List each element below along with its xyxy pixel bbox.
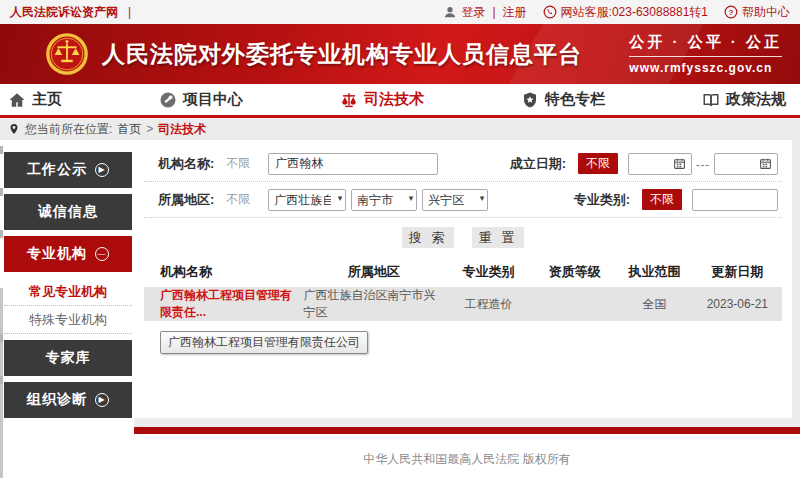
city-select[interactable]: 南宁市: [352, 190, 416, 210]
org-name-unlimited-option[interactable]: 不限: [226, 155, 250, 172]
project-center-icon: [159, 91, 177, 109]
submenu-special-orgs-label: 特殊专业机构: [29, 311, 107, 329]
sidebar-submenu: 常见专业机构 特殊专业机构: [4, 278, 132, 334]
breadcrumb-prefix: 您当前所在位置:: [25, 121, 112, 138]
search-button[interactable]: 搜 索: [402, 227, 454, 248]
nav-judicial-tech-label: 司法技术: [364, 90, 424, 109]
sidebar-item-org-diagnosis[interactable]: 组织诊断 ▶: [4, 382, 132, 418]
nav-policy-label: 政策法规: [726, 90, 786, 109]
sidebar: 工作公示 ▶ 诚信信息 专业机构 — 常见专业机构 特殊专业机构 专家库 组织诊…: [0, 140, 134, 484]
page-title: 人民法院对外委托专业机构专业人员信息平台: [102, 39, 582, 70]
cell-scope: 全国: [616, 287, 693, 321]
district-select[interactable]: 兴宁区: [423, 190, 487, 210]
org-name-link[interactable]: 广西翰林工程项目管理有限责任...: [160, 288, 292, 319]
topbar-divider: |: [128, 5, 131, 19]
breadcrumb-home-link[interactable]: 首页: [117, 121, 141, 138]
nav-item-judicial-tech[interactable]: 司法技术: [340, 90, 424, 109]
site-url: www.rmfysszc.gov.cn: [629, 61, 782, 75]
org-name-tooltip: 广西翰林工程项目管理有限责任公司: [160, 331, 368, 354]
sister-site-link[interactable]: 人民法院诉讼资产网: [10, 4, 118, 21]
region-label: 所属地区:: [158, 191, 214, 209]
header-region: 所属地区: [304, 257, 444, 287]
service-hotline-text: 网站客服:023-63088881转1: [561, 4, 708, 21]
calendar-icon[interactable]: [673, 157, 686, 170]
main-column: 机构名称: 不限 成立日期: 不限 ---: [134, 140, 800, 484]
form-buttons: 搜 索 重 置: [144, 218, 782, 255]
breadcrumb-current[interactable]: 司法技术: [158, 121, 206, 138]
scales-icon: [340, 91, 358, 109]
sidebar-item-expert-library[interactable]: 专家库: [4, 340, 132, 376]
date-end-wrapper: [714, 153, 778, 175]
service-hotline: 网站客服:023-63088881转1: [543, 4, 708, 21]
help-center[interactable]: ? 帮助中心: [724, 4, 790, 21]
sidebar-item-work-publicity[interactable]: 工作公示 ▶: [4, 152, 132, 188]
nav-home-label: 主页: [32, 90, 62, 109]
login-register-sep: |: [492, 5, 495, 19]
site-banner: 人民法院对外委托专业机构专业人员信息平台 公开 · 公平 · 公正 www.rm…: [0, 24, 800, 84]
submenu-common-orgs-label: 常见专业机构: [29, 283, 107, 301]
help-center-label: 帮助中心: [742, 4, 790, 21]
breadcrumb: 您当前所在位置: 首页 > 司法技术: [0, 118, 800, 140]
date-start-input[interactable]: [629, 155, 673, 173]
region-unlimited-option[interactable]: 不限: [226, 191, 250, 208]
collapse-icon: —: [95, 247, 109, 261]
sidebar-item-integrity-info[interactable]: 诚信信息: [4, 194, 132, 230]
login-link[interactable]: 登录: [461, 4, 485, 21]
location-pin-icon: [8, 123, 20, 135]
submenu-item-special-orgs[interactable]: 特殊专业机构: [4, 306, 132, 334]
footer: 中华人民共和国最高人民法院 版权所有: [134, 434, 800, 484]
sidebar-expert-library-label: 专家库: [46, 349, 91, 367]
results-table: 机构名称 所属地区 专业类别 资质等级 执业范围 更新日期 广西翰林工程项目管理…: [144, 257, 782, 321]
header-category: 专业类别: [444, 257, 533, 287]
nav-featured-label: 特色专栏: [545, 90, 605, 109]
policy-book-icon: [702, 91, 720, 109]
court-emblem-logo: [44, 31, 90, 77]
header-scope: 执业范围: [616, 257, 693, 287]
org-name-input[interactable]: [268, 153, 438, 175]
header-org-name: 机构名称: [144, 257, 304, 287]
calendar-icon[interactable]: [759, 157, 772, 170]
home-icon: [8, 91, 26, 109]
date-range-separator: ---: [696, 158, 710, 170]
submenu-item-common-orgs[interactable]: 常见专业机构: [4, 278, 132, 306]
register-link[interactable]: 注册: [503, 4, 527, 21]
header-updated: 更新日期: [693, 257, 782, 287]
reset-button[interactable]: 重 置: [472, 227, 524, 248]
founding-date-unlimited-button[interactable]: 不限: [578, 153, 618, 174]
cell-grade: [533, 287, 616, 321]
nav-item-featured[interactable]: 特色专栏: [521, 90, 605, 109]
nav-item-home[interactable]: 主页: [8, 90, 62, 109]
footer-divider-bar: [134, 427, 800, 434]
header-grade: 资质等级: [533, 257, 616, 287]
user-icon: [443, 5, 457, 19]
sidebar-professional-orgs-label: 专业机构: [27, 245, 87, 263]
city-select-wrapper: 南宁市 ▾: [351, 189, 417, 211]
copyright-text: 中华人民共和国最高人民法院 版权所有: [363, 451, 570, 468]
table-row: 广西翰林工程项目管理有限责任... 广西壮族自治区南宁市兴宁区 工程造价 全国 …: [144, 287, 782, 321]
sidebar-item-professional-orgs[interactable]: 专业机构 —: [4, 236, 132, 272]
slogan-text: 公开 · 公平 · 公正: [629, 33, 782, 57]
province-select-wrapper: 广西壮族自治 ▾: [268, 189, 346, 211]
category-label: 专业类别:: [574, 191, 630, 209]
cell-updated: 2023-06-21: [693, 287, 782, 321]
nav-project-center-label: 项目中心: [183, 90, 243, 109]
panel-bottom-gap: [134, 418, 800, 427]
org-name-label: 机构名称:: [158, 155, 214, 173]
form-row-region-category: 所属地区: 不限 广西壮族自治 ▾ 南宁市 ▾ 兴宁区 ▾: [144, 182, 782, 218]
category-unlimited-button[interactable]: 不限: [642, 189, 682, 210]
founding-date-label: 成立日期:: [510, 155, 566, 173]
breadcrumb-separator: >: [146, 122, 153, 136]
province-select[interactable]: 广西壮族自治: [269, 190, 345, 210]
nav-item-policy[interactable]: 政策法规: [702, 90, 786, 109]
category-input[interactable]: [692, 189, 778, 211]
login-register-group: 登录 | 注册: [443, 4, 526, 21]
top-utility-bar: 人民法院诉讼资产网 | 登录 | 注册 网站客服:023-63088881转1 …: [0, 0, 800, 24]
date-end-input[interactable]: [715, 155, 759, 173]
svg-text:?: ?: [729, 8, 734, 17]
district-select-wrapper: 兴宁区 ▾: [422, 189, 488, 211]
date-start-wrapper: [628, 153, 692, 175]
nav-item-project-center[interactable]: 项目中心: [159, 90, 243, 109]
main-panel: 机构名称: 不限 成立日期: 不限 ---: [134, 140, 792, 418]
sidebar-org-diagnosis-label: 组织诊断: [27, 391, 87, 409]
cell-region: 广西壮族自治区南宁市兴宁区: [304, 287, 444, 321]
